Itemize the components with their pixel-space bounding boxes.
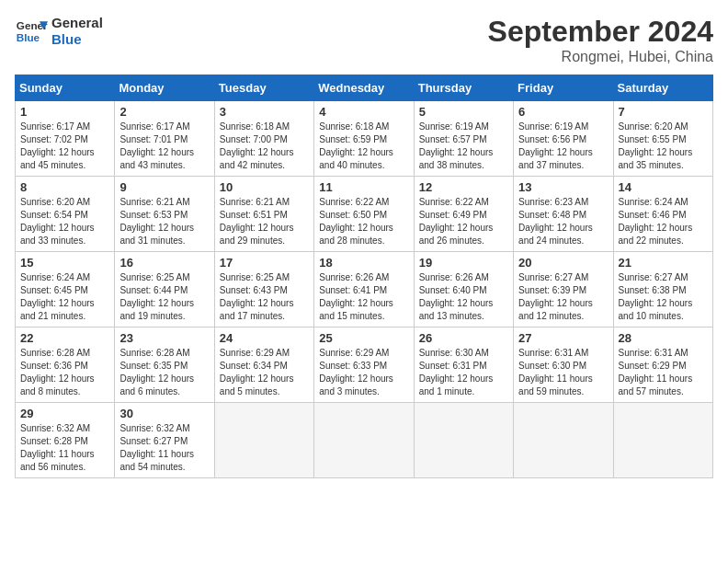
table-row: 28 Sunrise: 6:31 AMSunset: 6:29 PMDaylig… (613, 327, 712, 403)
table-row: 3 Sunrise: 6:18 AMSunset: 7:00 PMDayligh… (214, 101, 313, 177)
table-row: 11 Sunrise: 6:22 AMSunset: 6:50 PMDaylig… (314, 177, 414, 252)
table-row: 26 Sunrise: 6:30 AMSunset: 6:31 PMDaylig… (414, 327, 513, 403)
col-thursday: Thursday (414, 75, 513, 101)
col-monday: Monday (115, 75, 214, 101)
day-info: Sunrise: 6:25 AMSunset: 6:43 PMDaylight:… (220, 272, 294, 321)
day-number: 26 (419, 331, 508, 345)
day-number: 25 (319, 331, 408, 345)
day-number: 7 (619, 105, 708, 119)
day-number: 23 (119, 331, 209, 345)
day-info: Sunrise: 6:21 AMSunset: 6:53 PMDaylight:… (119, 197, 194, 246)
header-row: Sunday Monday Tuesday Wednesday Thursday… (16, 75, 713, 101)
month-title: September 2024 (488, 15, 713, 49)
day-info: Sunrise: 6:20 AMSunset: 6:55 PMDaylight:… (619, 121, 693, 170)
table-row: 23 Sunrise: 6:28 AMSunset: 6:35 PMDaylig… (115, 327, 214, 403)
day-info: Sunrise: 6:17 AMSunset: 7:02 PMDaylight:… (20, 121, 95, 170)
day-info: Sunrise: 6:27 AMSunset: 6:39 PMDaylight:… (518, 272, 593, 321)
day-info: Sunrise: 6:24 AMSunset: 6:45 PMDaylight:… (20, 272, 95, 321)
day-info: Sunrise: 6:32 AMSunset: 6:28 PMDaylight:… (20, 423, 95, 472)
day-number: 29 (20, 407, 109, 420)
table-row: 13 Sunrise: 6:23 AMSunset: 6:48 PMDaylig… (514, 177, 613, 252)
col-saturday: Saturday (613, 75, 712, 101)
table-row: 24 Sunrise: 6:29 AMSunset: 6:34 PMDaylig… (214, 327, 313, 403)
svg-text:Blue: Blue (17, 31, 40, 43)
day-info: Sunrise: 6:25 AMSunset: 6:44 PMDaylight:… (119, 272, 194, 321)
table-row: 2 Sunrise: 6:17 AMSunset: 7:01 PMDayligh… (115, 101, 214, 177)
day-info: Sunrise: 6:27 AMSunset: 6:38 PMDaylight:… (619, 272, 693, 321)
day-info: Sunrise: 6:23 AMSunset: 6:48 PMDaylight:… (518, 197, 593, 246)
calendar-row: 8 Sunrise: 6:20 AMSunset: 6:54 PMDayligh… (16, 177, 713, 252)
calendar-row: 22 Sunrise: 6:28 AMSunset: 6:36 PMDaylig… (16, 327, 713, 403)
day-info: Sunrise: 6:28 AMSunset: 6:35 PMDaylight:… (119, 348, 194, 396)
day-info: Sunrise: 6:26 AMSunset: 6:40 PMDaylight:… (419, 272, 494, 321)
table-row: 22 Sunrise: 6:28 AMSunset: 6:36 PMDaylig… (16, 327, 115, 403)
day-info: Sunrise: 6:24 AMSunset: 6:46 PMDaylight:… (619, 197, 693, 246)
day-number: 22 (20, 331, 109, 345)
day-number: 19 (419, 256, 508, 270)
day-info: Sunrise: 6:31 AMSunset: 6:29 PMDaylight:… (619, 348, 693, 396)
header: General Blue General Blue September 2024… (15, 15, 713, 65)
col-tuesday: Tuesday (214, 75, 313, 101)
day-number: 21 (619, 256, 708, 270)
calendar-row: 29 Sunrise: 6:32 AMSunset: 6:28 PMDaylig… (16, 403, 713, 478)
day-number: 18 (319, 256, 408, 270)
table-row: 1 Sunrise: 6:17 AMSunset: 7:02 PMDayligh… (16, 101, 115, 177)
table-row: 16 Sunrise: 6:25 AMSunset: 6:44 PMDaylig… (115, 252, 214, 327)
table-row: 30 Sunrise: 6:32 AMSunset: 6:27 PMDaylig… (115, 403, 214, 478)
table-row: 29 Sunrise: 6:32 AMSunset: 6:28 PMDaylig… (16, 403, 115, 478)
day-info: Sunrise: 6:32 AMSunset: 6:27 PMDaylight:… (119, 423, 194, 472)
calendar-table: Sunday Monday Tuesday Wednesday Thursday… (15, 75, 713, 478)
table-row: 20 Sunrise: 6:27 AMSunset: 6:39 PMDaylig… (514, 252, 613, 327)
day-info: Sunrise: 6:18 AMSunset: 6:59 PMDaylight:… (319, 121, 393, 170)
day-info: Sunrise: 6:28 AMSunset: 6:36 PMDaylight:… (20, 348, 95, 396)
location-title: Rongmei, Hubei, China (488, 49, 713, 65)
table-row: 5 Sunrise: 6:19 AMSunset: 6:57 PMDayligh… (414, 101, 513, 177)
day-number: 30 (119, 407, 209, 420)
day-info: Sunrise: 6:19 AMSunset: 6:57 PMDaylight:… (419, 121, 494, 170)
day-number: 5 (419, 105, 508, 119)
day-number: 15 (20, 256, 109, 270)
table-row: 21 Sunrise: 6:27 AMSunset: 6:38 PMDaylig… (613, 252, 712, 327)
day-info: Sunrise: 6:19 AMSunset: 6:56 PMDaylight:… (518, 121, 593, 170)
day-info: Sunrise: 6:21 AMSunset: 6:51 PMDaylight:… (220, 197, 294, 246)
day-number: 16 (119, 256, 209, 270)
table-row: 19 Sunrise: 6:26 AMSunset: 6:40 PMDaylig… (414, 252, 513, 327)
day-info: Sunrise: 6:22 AMSunset: 6:49 PMDaylight:… (419, 197, 494, 246)
day-number: 3 (220, 105, 309, 119)
table-row: 27 Sunrise: 6:31 AMSunset: 6:30 PMDaylig… (514, 327, 613, 403)
day-info: Sunrise: 6:20 AMSunset: 6:54 PMDaylight:… (20, 197, 95, 246)
day-number: 4 (319, 105, 408, 119)
table-row (613, 403, 712, 478)
table-row (414, 403, 513, 478)
table-row: 14 Sunrise: 6:24 AMSunset: 6:46 PMDaylig… (613, 177, 712, 252)
title-area: September 2024 Rongmei, Hubei, China (488, 15, 713, 65)
day-info: Sunrise: 6:29 AMSunset: 6:33 PMDaylight:… (319, 348, 393, 396)
day-info: Sunrise: 6:29 AMSunset: 6:34 PMDaylight:… (220, 348, 294, 396)
day-info: Sunrise: 6:31 AMSunset: 6:30 PMDaylight:… (518, 348, 593, 396)
day-number: 13 (518, 180, 608, 194)
table-row: 15 Sunrise: 6:24 AMSunset: 6:45 PMDaylig… (16, 252, 115, 327)
col-sunday: Sunday (16, 75, 115, 101)
day-info: Sunrise: 6:18 AMSunset: 7:00 PMDaylight:… (220, 121, 294, 170)
day-number: 9 (119, 180, 209, 194)
logo: General Blue General Blue (15, 15, 103, 48)
calendar-row: 1 Sunrise: 6:17 AMSunset: 7:02 PMDayligh… (16, 101, 713, 177)
day-info: Sunrise: 6:30 AMSunset: 6:31 PMDaylight:… (419, 348, 494, 396)
day-number: 11 (319, 180, 408, 194)
day-info: Sunrise: 6:26 AMSunset: 6:41 PMDaylight:… (319, 272, 393, 321)
table-row: 25 Sunrise: 6:29 AMSunset: 6:33 PMDaylig… (314, 327, 414, 403)
table-row: 4 Sunrise: 6:18 AMSunset: 6:59 PMDayligh… (314, 101, 414, 177)
table-row: 6 Sunrise: 6:19 AMSunset: 6:56 PMDayligh… (514, 101, 613, 177)
day-number: 28 (619, 331, 708, 345)
table-row: 12 Sunrise: 6:22 AMSunset: 6:49 PMDaylig… (414, 177, 513, 252)
col-wednesday: Wednesday (314, 75, 414, 101)
logo-icon: General Blue (15, 15, 48, 48)
table-row: 9 Sunrise: 6:21 AMSunset: 6:53 PMDayligh… (115, 177, 214, 252)
day-info: Sunrise: 6:22 AMSunset: 6:50 PMDaylight:… (319, 197, 393, 246)
table-row: 8 Sunrise: 6:20 AMSunset: 6:54 PMDayligh… (16, 177, 115, 252)
day-number: 2 (119, 105, 209, 119)
day-number: 10 (220, 180, 309, 194)
table-row (514, 403, 613, 478)
table-row: 17 Sunrise: 6:25 AMSunset: 6:43 PMDaylig… (214, 252, 313, 327)
day-number: 27 (518, 331, 608, 345)
